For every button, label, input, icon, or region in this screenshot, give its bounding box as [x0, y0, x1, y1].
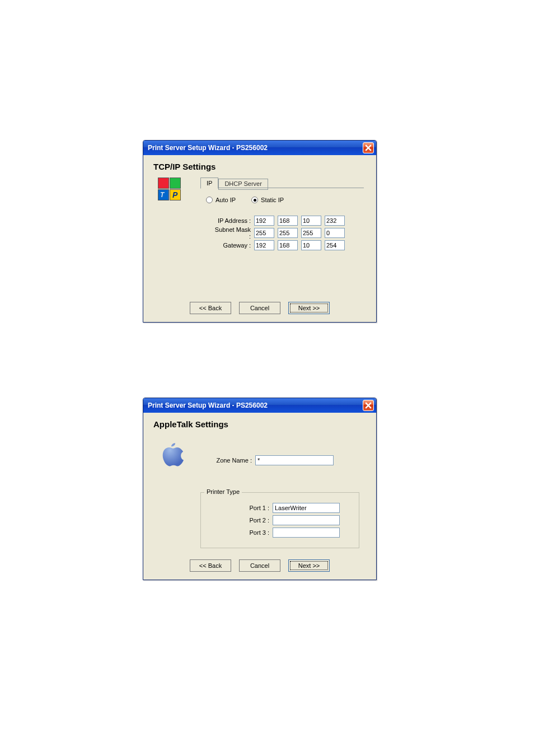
tab-strip: IP DHCP Server [200, 178, 268, 189]
port1-row: Port 1 : [246, 502, 340, 514]
subnet-mask-label: Subnet Mask : [212, 226, 251, 240]
gateway-label: Gateway : [212, 242, 251, 249]
appletalk-content: AppleTalk Settings Zone Name : Printer T… [146, 414, 374, 577]
port1-label: Port 1 : [246, 505, 269, 511]
apple-logo-icon [158, 438, 184, 468]
close-icon [365, 144, 372, 151]
zone-name-label: Zone Name : [212, 457, 252, 464]
appletalk-window: Print Server Setup Wizard - PS256002 App… [143, 398, 377, 580]
printer-ports: Port 1 : Port 2 : Port 3 : [246, 502, 340, 539]
ip-address-row: IP Address : [212, 214, 348, 227]
radio-static-ip[interactable]: Static IP [251, 197, 284, 203]
tcpip-content: TCP/IP Settings T P IP DHCP Server Auto … [146, 156, 374, 320]
mask-octet-2[interactable] [278, 228, 298, 238]
wizard-buttons: << Back Cancel Next >> [146, 559, 374, 572]
port3-input[interactable] [273, 528, 340, 538]
cancel-button[interactable]: Cancel [239, 302, 280, 314]
port2-input[interactable] [273, 515, 340, 525]
window-title: Print Server Setup Wizard - PS256002 [148, 402, 363, 409]
mask-octet-4[interactable] [325, 228, 345, 238]
gateway-row: Gateway : [212, 239, 348, 251]
gw-octet-3[interactable] [301, 240, 321, 250]
gw-octet-1[interactable] [254, 240, 274, 250]
titlebar[interactable]: Print Server Setup Wizard - PS256002 [143, 398, 376, 413]
port1-input[interactable] [273, 503, 340, 513]
radio-icon [206, 197, 213, 203]
port2-row: Port 2 : [246, 514, 340, 526]
mask-octet-3[interactable] [301, 228, 321, 238]
port3-row: Port 3 : [246, 526, 340, 539]
back-button[interactable]: << Back [190, 559, 231, 572]
port3-label: Port 3 : [246, 529, 269, 536]
ip-mode-radios: Auto IP Static IP [206, 197, 284, 203]
gw-octet-4[interactable] [325, 240, 345, 250]
gw-octet-2[interactable] [278, 240, 298, 250]
cancel-button[interactable]: Cancel [239, 559, 280, 572]
window-title: Print Server Setup Wizard - PS256002 [148, 144, 363, 152]
titlebar[interactable]: Print Server Setup Wizard - PS256002 [143, 141, 376, 155]
tab-underline [200, 188, 364, 188]
tcpip-window: Print Server Setup Wizard - PS256002 TCP… [143, 140, 377, 323]
radio-auto-ip[interactable]: Auto IP [206, 197, 236, 203]
ip-fields: IP Address : Subnet Mask : Gateway : [212, 214, 348, 251]
printer-type-legend: Printer Type [204, 488, 242, 495]
section-heading: AppleTalk Settings [153, 419, 374, 429]
ip-octet-4[interactable] [325, 216, 345, 226]
close-button[interactable] [363, 400, 374, 411]
tab-ip[interactable]: IP [200, 178, 218, 189]
zone-name-row: Zone Name : [212, 455, 334, 465]
tcpip-icon: T P [158, 178, 181, 201]
ip-octet-2[interactable] [278, 216, 298, 226]
ip-address-label: IP Address : [212, 217, 251, 224]
printer-type-group: Printer Type Port 1 : Port 2 : Port 3 : [200, 492, 359, 548]
radio-icon [251, 197, 258, 203]
next-button[interactable]: Next >> [288, 559, 330, 572]
radio-auto-ip-label: Auto IP [216, 197, 236, 203]
port2-label: Port 2 : [246, 517, 269, 524]
ip-octet-1[interactable] [254, 216, 274, 226]
zone-name-input[interactable] [255, 455, 334, 465]
mask-octet-1[interactable] [254, 228, 274, 238]
radio-static-ip-label: Static IP [261, 197, 284, 203]
ip-octet-3[interactable] [301, 216, 321, 226]
wizard-buttons: << Back Cancel Next >> [146, 302, 374, 314]
tab-dhcp-server[interactable]: DHCP Server [218, 179, 268, 190]
next-button[interactable]: Next >> [288, 302, 330, 314]
back-button[interactable]: << Back [190, 302, 231, 314]
subnet-mask-row: Subnet Mask : [212, 227, 348, 239]
close-icon [365, 402, 372, 409]
close-button[interactable] [363, 142, 374, 153]
section-heading: TCP/IP Settings [153, 162, 374, 171]
